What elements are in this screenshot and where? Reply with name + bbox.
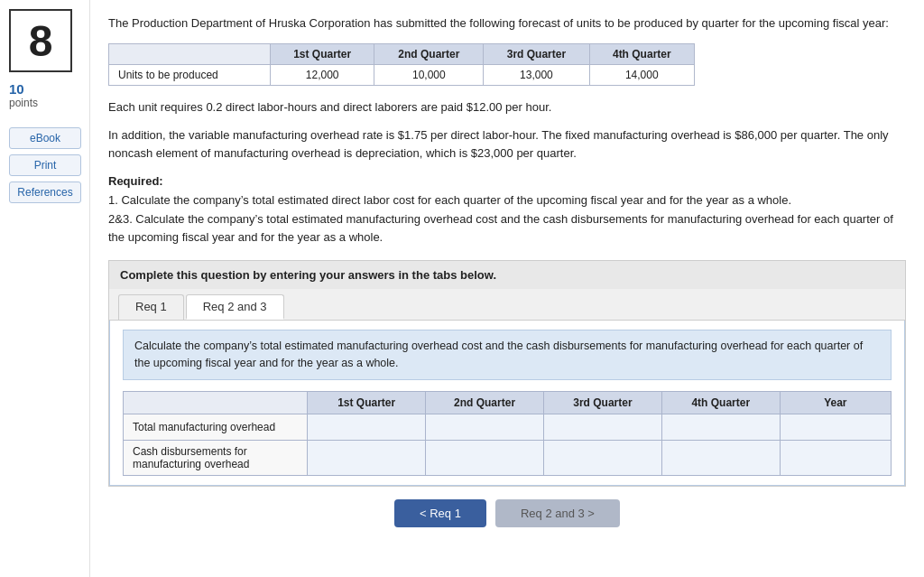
overhead-q3[interactable] — [543, 414, 661, 440]
row-q1: 12,000 — [270, 64, 374, 85]
bottom-nav: < Req 1 Req 2 and 3 > — [108, 487, 906, 540]
answer-col-q1: 1st Quarter — [308, 391, 426, 414]
overhead-q2-input[interactable] — [435, 419, 534, 435]
row-q4: 14,000 — [589, 64, 694, 85]
required-section: Required: 1. Calculate the company’s tot… — [108, 172, 906, 247]
cash-q3[interactable] — [543, 440, 661, 475]
overhead-year-input[interactable] — [790, 419, 882, 435]
answer-row-cash: Cash disbursements for manufacturing ove… — [124, 440, 892, 475]
overhead-q4[interactable] — [661, 414, 780, 440]
answer-table: 1st Quarter 2nd Quarter 3rd Quarter 4th … — [123, 391, 892, 476]
row-q2: 10,000 — [374, 64, 484, 85]
answer-col-q2: 2nd Quarter — [426, 391, 544, 414]
question-number: 8 — [9, 9, 72, 72]
references-button[interactable]: References — [9, 181, 81, 203]
units-table: 1st Quarter 2nd Quarter 3rd Quarter 4th … — [108, 43, 695, 86]
overhead-q4-input[interactable] — [671, 419, 771, 435]
col-header-q3: 3rd Quarter — [484, 43, 589, 64]
tab-req23[interactable]: Req 2 and 3 — [186, 294, 284, 320]
cash-q1[interactable] — [308, 440, 426, 475]
answer-table-header: 1st Quarter 2nd Quarter 3rd Quarter 4th … — [124, 391, 892, 414]
overhead-label: Total manufacturing overhead — [124, 414, 308, 440]
row-label: Units to be produced — [109, 64, 271, 85]
tab-content: Calculate the company’s total estimated … — [109, 321, 905, 486]
overhead-q2[interactable] — [426, 414, 544, 440]
cash-q1-input[interactable] — [317, 450, 416, 466]
prev-button[interactable]: < Req 1 — [394, 499, 486, 527]
cash-year[interactable] — [780, 440, 891, 475]
answer-col-q3: 3rd Quarter — [543, 391, 661, 414]
points-value: 10 — [9, 81, 24, 97]
answer-col-q4: 4th Quarter — [661, 391, 780, 414]
next-button[interactable]: Req 2 and 3 > — [495, 499, 620, 527]
cash-q2[interactable] — [426, 440, 544, 475]
row-q3: 13,000 — [484, 64, 589, 85]
answer-row-overhead: Total manufacturing overhead — [124, 414, 892, 440]
tabs-instruction: Complete this question by entering your … — [109, 261, 905, 289]
col-header-q2: 2nd Quarter — [374, 43, 484, 64]
col-header-empty — [109, 43, 271, 64]
col-header-q1: 1st Quarter — [270, 43, 374, 64]
overhead-year[interactable] — [780, 414, 891, 440]
answer-col-year: Year — [780, 391, 891, 414]
cash-label: Cash disbursements for manufacturing ove… — [124, 440, 308, 475]
ebook-button[interactable]: eBook — [9, 127, 81, 149]
cash-q2-input[interactable] — [435, 450, 534, 466]
cash-q3-input[interactable] — [553, 450, 652, 466]
cash-year-input[interactable] — [790, 450, 882, 466]
tab-req1[interactable]: Req 1 — [118, 294, 184, 320]
cash-q4-input[interactable] — [671, 450, 771, 466]
cash-q4[interactable] — [661, 440, 780, 475]
answer-col-empty — [124, 391, 308, 414]
problem-text1: Each unit requires 0.2 direct labor-hour… — [108, 98, 906, 116]
col-header-q4: 4th Quarter — [589, 43, 694, 64]
sidebar: 8 10 points eBook Print References — [0, 0, 90, 577]
overhead-q1-input[interactable] — [317, 419, 416, 435]
problem-intro: The Production Department of Hruska Corp… — [108, 14, 906, 33]
problem-text2: In addition, the variable manufacturing … — [108, 126, 906, 162]
points-label: points — [9, 97, 38, 109]
tabs-nav: Req 1 Req 2 and 3 — [109, 289, 905, 321]
required-23: 2&3. Calculate the company’s total estim… — [108, 210, 906, 248]
required-1: 1. Calculate the company’s total estimat… — [108, 191, 906, 210]
main-content: The Production Department of Hruska Corp… — [90, 0, 924, 577]
question-number-text: 8 — [29, 16, 53, 66]
print-button[interactable]: Print — [9, 154, 81, 176]
tab-instruction-text: Calculate the company’s total estimated … — [123, 330, 892, 380]
table-row: Units to be produced 12,000 10,000 13,00… — [109, 64, 695, 85]
tabs-area: Complete this question by entering your … — [108, 260, 906, 487]
overhead-q3-input[interactable] — [553, 419, 652, 435]
required-heading: Required: — [108, 172, 906, 191]
overhead-q1[interactable] — [308, 414, 426, 440]
